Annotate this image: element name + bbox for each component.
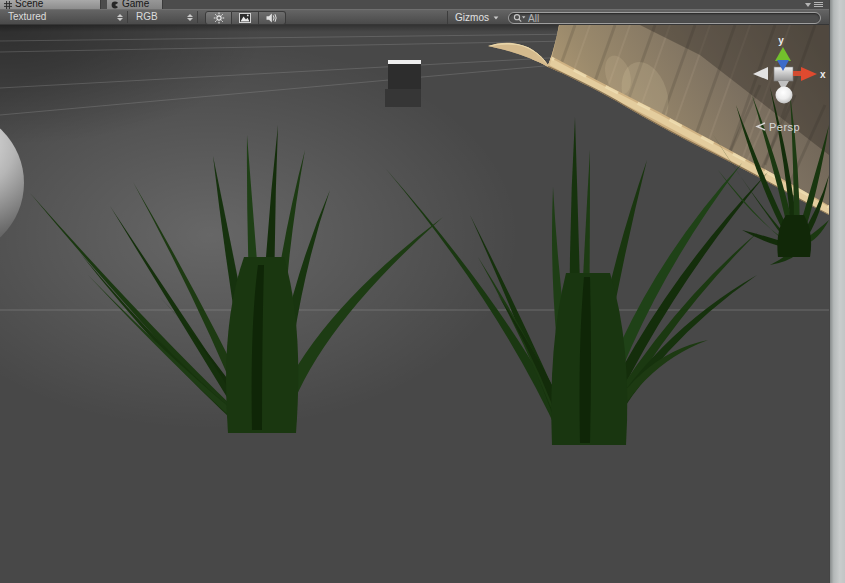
landscape-icon: [238, 12, 252, 24]
y-axis-label: y: [778, 35, 784, 46]
audio-toggle-button[interactable]: [259, 11, 286, 25]
toolbar-separator: [447, 11, 448, 24]
right-panel-edge: [829, 0, 845, 583]
game-icon: [111, 1, 119, 9]
chevron-down-icon: [494, 16, 499, 19]
scene-search-field[interactable]: [508, 12, 821, 24]
tab-menu-button[interactable]: [805, 1, 823, 8]
search-input[interactable]: [528, 13, 816, 23]
color-channel-dropdown[interactable]: RGB: [130, 11, 198, 23]
lighting-toggle-button[interactable]: [205, 11, 232, 25]
color-channel-label: RGB: [136, 11, 158, 23]
bottom-axis-sphere[interactable]: [776, 87, 793, 104]
scene-toolbar: Textured RGB: [0, 9, 829, 25]
menu-icon: [814, 2, 823, 7]
updown-arrows-icon: [117, 14, 123, 21]
tab-scene-label: Scene: [15, 0, 43, 9]
persp-label: Persp: [769, 121, 800, 133]
scene-grid-icon: [4, 1, 12, 9]
view-toggle-group: [205, 11, 286, 25]
updown-arrows-icon: [187, 14, 193, 21]
x-axis-label: x: [820, 69, 826, 80]
dropdown-arrow-icon: [805, 3, 811, 7]
scene-canvas[interactable]: y x Persp: [0, 25, 829, 583]
tab-game-label: Game: [122, 0, 149, 9]
tab-bar: Scene Game: [0, 0, 829, 9]
tab-game[interactable]: Game: [107, 0, 163, 9]
search-icon: [513, 13, 526, 23]
tab-scene[interactable]: Scene: [0, 0, 101, 9]
ground-cube[interactable]: [385, 60, 421, 107]
gizmos-dropdown[interactable]: Gizmos: [451, 11, 503, 24]
unity-scene-window: Scene Game Textured RGB: [0, 0, 845, 583]
skybox-toggle-button[interactable]: [232, 11, 259, 25]
render-mode-dropdown[interactable]: Textured: [2, 11, 128, 23]
gizmos-label: Gizmos: [455, 12, 489, 23]
scene-viewport[interactable]: y x Persp: [0, 25, 829, 583]
sun-icon: [212, 12, 226, 24]
speaker-icon: [265, 12, 279, 24]
render-mode-label: Textured: [8, 11, 46, 23]
